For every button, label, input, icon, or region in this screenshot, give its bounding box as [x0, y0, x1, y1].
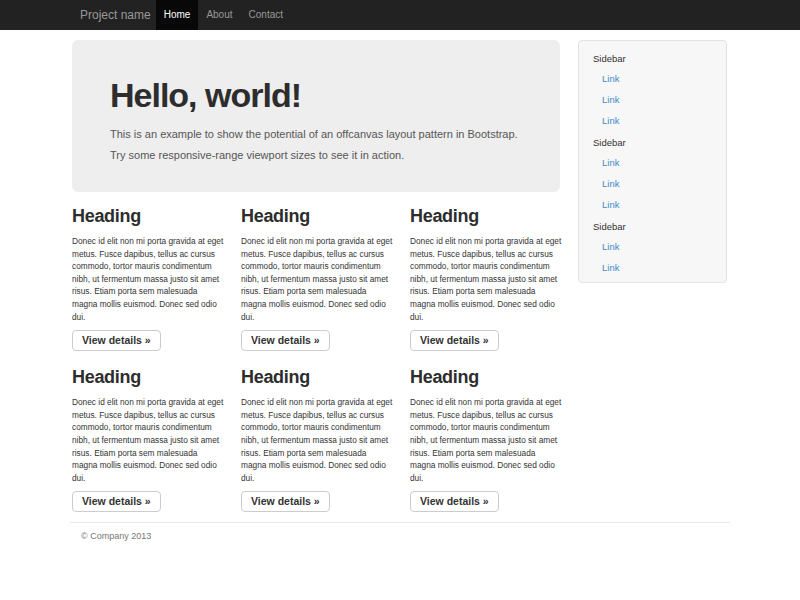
sidebar: Sidebar Link Link Link Sidebar Link Link…: [578, 40, 727, 283]
view-details-button[interactable]: View details »: [410, 491, 499, 512]
card-heading: Heading: [241, 367, 397, 387]
navbar-menu: Home About Contact: [156, 0, 291, 30]
sidebar-link[interactable]: Link: [593, 236, 712, 257]
content-card-3: Heading Donec id elit non mi porta gravi…: [410, 206, 566, 351]
sidebar-group-title: Sidebar: [593, 53, 712, 64]
card-heading: Heading: [72, 367, 228, 387]
hero-text: This is an example to show the potential…: [110, 124, 522, 166]
card-body-text: Donec id elit non mi porta gravida at eg…: [241, 396, 394, 484]
main-content: Hello, world! This is an example to show…: [0, 40, 800, 541]
sidebar-link[interactable]: Link: [593, 194, 712, 215]
view-details-button[interactable]: View details »: [410, 330, 499, 351]
sidebar-link[interactable]: Link: [593, 257, 712, 278]
view-details-button[interactable]: View details »: [241, 330, 330, 351]
view-details-button[interactable]: View details »: [72, 491, 161, 512]
sidebar-group-2: Sidebar Link Link Link: [593, 137, 712, 215]
card-heading: Heading: [241, 206, 397, 226]
card-body-text: Donec id elit non mi porta gravida at eg…: [72, 235, 225, 323]
sidebar-link[interactable]: Link: [593, 89, 712, 110]
nav-link-contact[interactable]: Contact: [241, 0, 291, 30]
content-card-1: Heading Donec id elit non mi porta gravi…: [72, 206, 228, 351]
card-body-text: Donec id elit non mi porta gravida at eg…: [410, 235, 563, 323]
card-body-text: Donec id elit non mi porta gravida at eg…: [241, 235, 394, 323]
sidebar-group-3: Sidebar Link Link: [593, 221, 712, 278]
card-heading: Heading: [410, 367, 566, 387]
hero-title: Hello, world!: [110, 76, 522, 114]
nav-item-about[interactable]: About: [198, 0, 240, 30]
content-card-2: Heading Donec id elit non mi porta gravi…: [241, 206, 397, 351]
card-heading: Heading: [72, 206, 228, 226]
sidebar-group-title: Sidebar: [593, 137, 712, 148]
nav-link-home[interactable]: Home: [156, 0, 199, 30]
card-heading: Heading: [410, 206, 566, 226]
card-body-text: Donec id elit non mi porta gravida at eg…: [72, 396, 225, 484]
view-details-button[interactable]: View details »: [72, 330, 161, 351]
brand-link[interactable]: Project name: [80, 0, 151, 30]
sidebar-link[interactable]: Link: [593, 68, 712, 89]
content-card-5: Heading Donec id elit non mi porta gravi…: [241, 367, 397, 512]
content-card-6: Heading Donec id elit non mi porta gravi…: [410, 367, 566, 512]
sidebar-group-1: Sidebar Link Link Link: [593, 53, 712, 131]
jumbotron: Hello, world! This is an example to show…: [72, 40, 560, 192]
view-details-button[interactable]: View details »: [241, 491, 330, 512]
sidebar-link[interactable]: Link: [593, 173, 712, 194]
nav-item-home[interactable]: Home: [156, 0, 199, 30]
footer-divider: [70, 522, 730, 523]
cards-grid: Heading Donec id elit non mi porta gravi…: [72, 206, 566, 512]
nav-link-about[interactable]: About: [198, 0, 240, 30]
footer: © Company 2013: [0, 531, 800, 541]
navbar: Project name Home About Contact: [0, 0, 800, 30]
sidebar-link[interactable]: Link: [593, 152, 712, 173]
card-body-text: Donec id elit non mi porta gravida at eg…: [410, 396, 563, 484]
content-card-4: Heading Donec id elit non mi porta gravi…: [72, 367, 228, 512]
copyright-text: © Company 2013: [81, 531, 800, 541]
sidebar-link[interactable]: Link: [593, 110, 712, 131]
nav-item-contact[interactable]: Contact: [241, 0, 291, 30]
sidebar-group-title: Sidebar: [593, 221, 712, 232]
